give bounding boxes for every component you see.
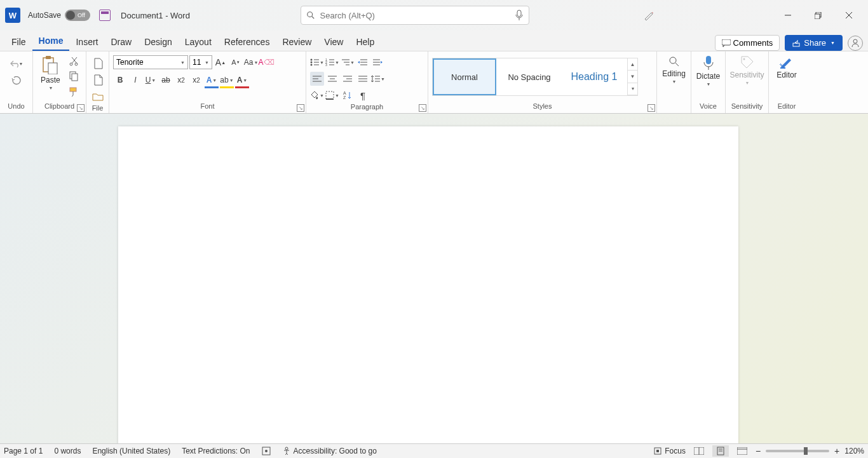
undo-button[interactable]: ▼	[10, 57, 24, 71]
paragraph-launcher[interactable]: ↘	[419, 104, 426, 112]
gallery-more-button[interactable]: ▾	[628, 83, 637, 95]
sort-button[interactable]: AZ	[341, 88, 355, 102]
show-marks-button[interactable]: ¶	[356, 88, 370, 102]
editing-button[interactable]: Editing ▼	[658, 54, 689, 85]
status-accessibility[interactable]: Accessibility: Good to go	[282, 447, 377, 455]
bullets-button[interactable]: ▼	[310, 55, 324, 69]
grow-font-button[interactable]: A▲	[214, 55, 227, 69]
print-layout-button[interactable]	[712, 445, 729, 457]
shading-button[interactable]: ▼	[310, 88, 324, 102]
tab-review[interactable]: Review	[276, 33, 318, 51]
tab-help[interactable]: Help	[349, 33, 381, 51]
web-layout-button[interactable]	[734, 445, 750, 457]
chevron-down-icon: ▼	[229, 78, 234, 83]
search-input[interactable]	[320, 11, 510, 20]
zoom-thumb[interactable]	[804, 447, 808, 455]
comments-button[interactable]: Comments	[715, 35, 780, 51]
increase-indent-button[interactable]	[371, 55, 385, 69]
svg-rect-76	[737, 447, 747, 455]
editor-button[interactable]: Editor	[773, 54, 800, 81]
chevron-down-icon: ▼	[254, 60, 258, 65]
share-button[interactable]: Share ▼	[785, 35, 843, 51]
status-predictions[interactable]: Text Predictions: On	[182, 447, 250, 455]
shrink-font-button[interactable]: A▼	[229, 55, 243, 69]
decrease-indent-button[interactable]	[356, 55, 370, 69]
font-color-button[interactable]: A▼	[235, 73, 249, 87]
open-doc-icon[interactable]	[91, 90, 105, 104]
borders-button[interactable]: ▼	[325, 88, 339, 102]
save-icon[interactable]	[99, 10, 111, 21]
strikethrough-button[interactable]: ab	[159, 73, 173, 87]
tab-design[interactable]: Design	[138, 33, 179, 51]
dictate-button[interactable]: Dictate ▼	[693, 54, 724, 88]
blank-doc-icon[interactable]	[91, 73, 105, 87]
focus-button[interactable]: Focus	[653, 447, 686, 455]
cut-button[interactable]	[67, 54, 81, 68]
justify-button[interactable]	[356, 72, 370, 86]
status-words[interactable]: 0 words	[54, 447, 81, 455]
tab-references[interactable]: References	[218, 33, 276, 51]
restore-button[interactable]	[804, 6, 832, 25]
underline-button[interactable]: U▼	[144, 73, 158, 87]
chevron-down-icon: ▼	[243, 78, 247, 83]
tab-draw[interactable]: Draw	[104, 33, 138, 51]
bold-button[interactable]: B	[113, 73, 127, 87]
svg-line-60	[675, 63, 679, 66]
font-size-combo[interactable]: 11▼	[189, 55, 212, 69]
tab-insert[interactable]: Insert	[69, 33, 104, 51]
chevron-down-icon: ▼	[48, 86, 53, 90]
multilevel-list-button[interactable]: ▼	[341, 55, 355, 69]
gallery-down-button[interactable]: ▼	[628, 71, 637, 83]
new-doc-icon[interactable]	[91, 57, 105, 71]
ink-replay-icon[interactable]	[639, 6, 658, 25]
clear-formatting-button[interactable]: A⌫	[259, 55, 273, 69]
mic-icon[interactable]	[515, 10, 524, 21]
tab-file[interactable]: File	[5, 33, 32, 51]
zoom-out-button[interactable]: −	[756, 446, 761, 456]
account-button[interactable]	[848, 36, 863, 51]
text-effects-button[interactable]: A▼	[205, 73, 219, 87]
redo-button[interactable]	[10, 74, 24, 88]
styles-launcher[interactable]: ↘	[648, 104, 655, 112]
tab-view[interactable]: View	[318, 33, 349, 51]
search-box[interactable]	[301, 6, 529, 25]
align-center-button[interactable]	[325, 72, 339, 86]
sensitivity-button[interactable]: Sensitivity ▼	[726, 54, 768, 86]
minimize-button[interactable]	[774, 6, 802, 25]
style-heading1[interactable]: Heading 1	[562, 58, 626, 95]
change-case-button[interactable]: Aa▼	[244, 55, 258, 69]
line-spacing-button[interactable]: ▼	[371, 72, 385, 86]
style-no-spacing[interactable]: No Spacing	[498, 58, 561, 95]
close-button[interactable]	[835, 6, 863, 25]
autosave-toggle[interactable]: AutoSave Off	[28, 10, 90, 21]
highlight-button[interactable]: ab▼	[220, 73, 234, 87]
read-mode-button[interactable]	[691, 445, 707, 457]
font-name-combo[interactable]: Tenorite▼	[113, 55, 188, 69]
zoom-slider[interactable]	[766, 450, 829, 452]
tab-home[interactable]: Home	[32, 32, 70, 51]
align-right-button[interactable]	[341, 72, 355, 86]
align-left-button[interactable]	[310, 72, 324, 86]
superscript-button[interactable]: x2	[189, 73, 203, 87]
tab-layout[interactable]: Layout	[179, 33, 218, 51]
font-launcher[interactable]: ↘	[297, 104, 304, 112]
chevron-down-icon: ▼	[350, 60, 355, 65]
status-page[interactable]: Page 1 of 1	[4, 447, 43, 455]
clipboard-launcher[interactable]: ↘	[77, 104, 85, 112]
gallery-up-button[interactable]: ▲	[628, 58, 637, 71]
toggle-switch[interactable]: Off	[65, 10, 90, 21]
numbering-button[interactable]: 123▼	[325, 55, 339, 69]
subscript-button[interactable]: x2	[174, 73, 188, 87]
paste-button[interactable]: Paste ▼	[37, 54, 64, 91]
style-normal[interactable]: Normal	[433, 58, 496, 95]
page[interactable]	[118, 126, 738, 443]
zoom-in-button[interactable]: +	[834, 446, 839, 456]
italic-button[interactable]: I	[128, 73, 142, 87]
copy-button[interactable]	[67, 69, 81, 83]
zoom-level[interactable]: 120%	[844, 447, 864, 455]
svg-rect-5	[815, 14, 820, 19]
format-painter-button[interactable]	[67, 84, 81, 98]
status-language[interactable]: English (United States)	[92, 447, 170, 455]
status-macro-icon[interactable]	[262, 447, 271, 455]
document-area[interactable]	[0, 114, 868, 443]
